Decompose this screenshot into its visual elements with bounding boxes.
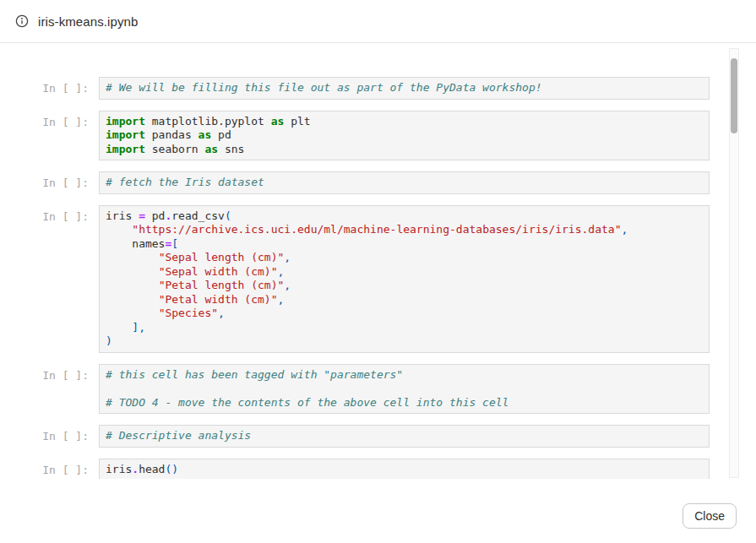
cell-code: # this cell has been tagged with "parame…: [99, 364, 710, 415]
cell-prompt: In [ ]:: [0, 425, 99, 443]
notebook-cell: In [ ]:iris.head(): [0, 459, 710, 480]
modal-header: iris-kmeans.ipynb: [0, 0, 756, 43]
scrollbar-track[interactable]: [729, 48, 739, 478]
cell-code: import matplotlib.pyplot as pltimport pa…: [99, 111, 710, 161]
notebook-cell: In [ ]:# Descriptive analysis: [0, 425, 710, 448]
cell-prompt: In [ ]:: [0, 205, 99, 223]
cell-prompt: In [ ]:: [0, 459, 99, 476]
cell-code: # fetch the Iris dataset: [99, 171, 710, 194]
cell-code: iris.head(): [99, 459, 710, 480]
cell-prompt: In [ ]:: [0, 111, 99, 128]
cell-code: # Descriptive analysis: [99, 425, 710, 448]
notebook-cell: In [ ]:iris = pd.read_csv( "https://arch…: [0, 205, 710, 353]
info-icon: [15, 14, 29, 28]
scrollbar-thumb[interactable]: [731, 58, 737, 133]
notebook-cell: In [ ]:import matplotlib.pyplot as pltim…: [0, 111, 710, 161]
notebook-cell: In [ ]:# We will be filling this file ou…: [0, 77, 710, 100]
notebook-cell: In [ ]:# fetch the Iris dataset: [0, 171, 710, 194]
cell-prompt: In [ ]:: [0, 77, 99, 95]
notebook-cell: In [ ]:# this cell has been tagged with …: [0, 364, 710, 415]
notebook-cells: In [ ]:# We will be filling this file ou…: [0, 43, 756, 479]
cell-code: iris = pd.read_csv( "https://archive.ics…: [99, 205, 710, 353]
notebook-preview[interactable]: In [ ]:# We will be filling this file ou…: [0, 43, 756, 479]
file-name-title: iris-kmeans.ipynb: [38, 14, 138, 29]
cell-prompt: In [ ]:: [0, 171, 99, 189]
close-button[interactable]: Close: [683, 503, 737, 529]
cell-prompt: In [ ]:: [0, 364, 99, 382]
cell-code: # We will be filling this file out as pa…: [99, 77, 710, 100]
file-preview-modal: iris-kmeans.ipynb In [ ]:# We will be fi…: [0, 0, 756, 43]
